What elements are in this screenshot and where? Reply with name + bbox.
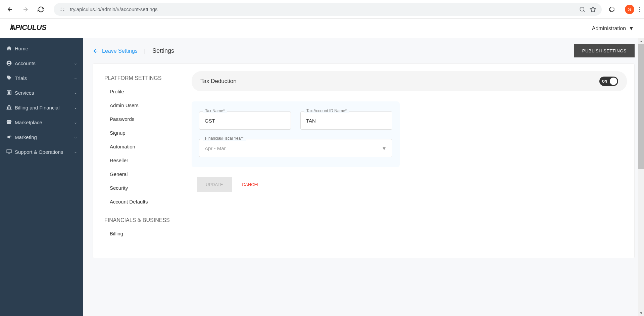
svg-point-1 <box>63 10 64 11</box>
nav-heading-platform: PLATFORM SETTINGS <box>93 72 184 85</box>
svg-point-2 <box>580 7 584 11</box>
tax-name-input[interactable] <box>199 111 291 130</box>
user-circle-icon <box>6 60 15 66</box>
tax-account-field: Tax Account ID Name* <box>300 111 392 130</box>
toggle-knob <box>610 78 617 85</box>
nav-item-passwords[interactable]: Passwords <box>93 112 184 126</box>
reload-button[interactable] <box>35 3 47 15</box>
site-settings-icon[interactable] <box>59 6 66 13</box>
chevron-down-icon: ⌄ <box>74 149 77 154</box>
back-button[interactable] <box>4 3 16 15</box>
svg-marker-3 <box>590 6 596 12</box>
content-header: Leave Settings | Settings PUBLISH SETTIN… <box>83 38 644 63</box>
tax-account-label: Tax Account ID Name* <box>304 108 349 113</box>
update-button[interactable]: UPDATE <box>197 177 232 192</box>
administration-dropdown[interactable]: Administration ▼ <box>592 26 634 32</box>
chevron-down-icon: ⌄ <box>74 135 77 139</box>
layers-icon <box>6 90 15 96</box>
tax-account-input[interactable] <box>300 111 392 130</box>
fiscal-year-field: Financial/Fiscal Year* Apr - Mar ▼ <box>199 139 392 157</box>
tax-deduction-toggle[interactable]: ON <box>599 77 618 86</box>
url-bar[interactable]: try.apiculus.io/admin/#/account-settings <box>54 3 602 16</box>
app-header: APICULUS Administration ▼ <box>0 19 644 38</box>
settings-detail: Tax Deduction ON Tax Name* Tax Account I… <box>184 64 634 258</box>
sidebar-item-trials[interactable]: Trials ⌄ <box>0 71 83 85</box>
publish-settings-button[interactable]: PUBLISH SETTINGS <box>574 44 635 57</box>
profile-avatar[interactable]: S <box>625 5 634 14</box>
caret-down-icon: ▼ <box>629 26 634 32</box>
sidebar-item-accounts[interactable]: Accounts ⌄ <box>0 56 83 71</box>
separator: | <box>144 48 146 54</box>
arrow-left-icon <box>93 48 99 54</box>
app-body: Home Accounts ⌄ Trials ⌄ Services ⌄ Bill… <box>0 38 644 316</box>
browser-menu-icon[interactable] <box>639 7 640 12</box>
sidebar-item-marketplace[interactable]: Marketplace ⌄ <box>0 115 83 130</box>
sidebar-item-home[interactable]: Home <box>0 41 83 56</box>
browser-right-icons: S <box>608 5 640 14</box>
divider <box>620 6 620 13</box>
nav-item-automation[interactable]: Automation <box>93 140 184 153</box>
sidebar-item-services[interactable]: Services ⌄ <box>0 85 83 100</box>
svg-point-8 <box>8 77 8 77</box>
nav-item-admin-users[interactable]: Admin Users <box>93 98 184 112</box>
apiculus-logo-svg: APICULUS <box>10 22 64 32</box>
nav-item-signup[interactable]: Signup <box>93 126 184 140</box>
bookmark-icon[interactable] <box>590 6 596 13</box>
nav-item-profile[interactable]: Profile <box>93 85 184 98</box>
svg-point-7 <box>8 62 10 63</box>
tag-icon <box>6 75 15 81</box>
main-content: Leave Settings | Settings PUBLISH SETTIN… <box>83 38 644 316</box>
nav-item-general[interactable]: General <box>93 167 184 181</box>
nav-item-reseller[interactable]: Reseller <box>93 153 184 167</box>
nav-item-account-defaults[interactable]: Account Defaults <box>93 195 184 209</box>
section-title: Tax Deduction <box>200 78 237 85</box>
chevron-down-icon: ⌄ <box>74 120 77 125</box>
svg-rect-10 <box>8 92 10 94</box>
sidebar-item-support-operations[interactable]: Support & Operations ⌄ <box>0 144 83 159</box>
tax-name-field: Tax Name* <box>199 111 291 130</box>
chevron-down-icon: ⌄ <box>74 76 77 80</box>
cancel-button[interactable]: CANCEL <box>242 182 260 187</box>
caret-down-icon: ▼ <box>382 145 387 151</box>
svg-text:APICULUS: APICULUS <box>10 23 47 32</box>
monitor-icon <box>6 149 15 155</box>
chevron-down-icon: ⌄ <box>74 90 77 95</box>
main-sidebar: Home Accounts ⌄ Trials ⌄ Services ⌄ Bill… <box>0 38 83 316</box>
browser-toolbar: try.apiculus.io/admin/#/account-settings… <box>0 0 644 19</box>
extensions-icon[interactable] <box>608 6 615 13</box>
form-actions: UPDATE CANCEL <box>197 177 627 192</box>
svg-rect-11 <box>7 150 11 153</box>
nav-item-billing[interactable]: Billing <box>93 227 184 240</box>
url-text: try.apiculus.io/admin/#/account-settings <box>70 6 575 12</box>
scroll-up-arrow[interactable]: ▲ <box>638 38 644 44</box>
nav-item-security[interactable]: Security <box>93 181 184 195</box>
bank-icon <box>6 104 15 110</box>
scroll-down-arrow[interactable]: ▼ <box>638 310 644 316</box>
chevron-down-icon: ⌄ <box>74 61 77 65</box>
tax-form: Tax Name* Tax Account ID Name* Financial… <box>192 101 400 167</box>
forward-button[interactable] <box>19 3 32 15</box>
zoom-icon[interactable] <box>579 6 586 13</box>
home-icon <box>6 45 15 51</box>
sidebar-item-billing-financial[interactable]: Billing and Financial ⌄ <box>0 100 83 115</box>
fiscal-year-label: Financial/Fiscal Year* <box>203 136 246 141</box>
section-header: Tax Deduction ON <box>192 71 627 91</box>
tax-name-label: Tax Name* <box>203 108 227 113</box>
vertical-scrollbar[interactable]: ▲ ▼ <box>638 38 644 316</box>
sidebar-item-marketing[interactable]: Marketing ⌄ <box>0 130 83 144</box>
logo[interactable]: APICULUS <box>10 22 64 35</box>
settings-nav: PLATFORM SETTINGS Profile Admin Users Pa… <box>93 64 184 258</box>
scroll-thumb[interactable] <box>638 44 644 169</box>
bullhorn-icon <box>6 134 15 140</box>
page-title: Settings <box>152 47 174 54</box>
settings-panel: PLATFORM SETTINGS Profile Admin Users Pa… <box>93 63 635 258</box>
nav-heading-financials: FINANCIALS & BUSINESS <box>93 214 184 227</box>
chevron-down-icon: ⌄ <box>74 105 77 110</box>
store-icon <box>6 119 15 125</box>
svg-point-0 <box>61 7 62 8</box>
fiscal-year-select[interactable]: Apr - Mar ▼ <box>199 139 392 157</box>
leave-settings-link[interactable]: Leave Settings <box>93 48 138 54</box>
